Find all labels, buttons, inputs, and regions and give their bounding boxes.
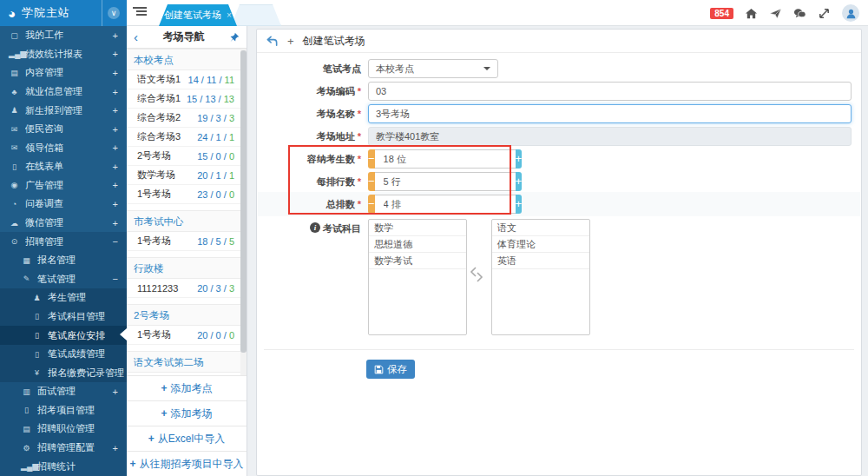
- venue-select[interactable]: 本校考点: [368, 59, 498, 78]
- expand-plus-icon[interactable]: +: [113, 142, 118, 153]
- sidebar-item-recruitment-positions[interactable]: ▤招聘职位管理: [0, 420, 127, 439]
- decrement-button[interactable]: −: [368, 172, 375, 191]
- available-subjects-listbox[interactable]: 数学 思想道德 数学考试: [368, 219, 467, 335]
- nav-scrollbar-thumb[interactable]: [240, 50, 247, 353]
- selected-subjects-listbox[interactable]: 语文 体育理论 英语: [491, 219, 590, 335]
- required-asterisk: *: [358, 154, 361, 164]
- expand-plus-icon[interactable]: +: [113, 105, 118, 116]
- expand-plus-icon[interactable]: +: [113, 387, 118, 397]
- subject-option[interactable]: 数学考试: [369, 253, 466, 269]
- sidebar-item-wechat-management[interactable]: ☁微信管理+: [0, 214, 127, 233]
- sidebar-item-surveys[interactable]: ◔问卷调查+: [0, 195, 127, 214]
- expand-plus-icon[interactable]: +: [113, 124, 118, 135]
- back-arrow-icon[interactable]: [266, 35, 279, 48]
- chevron-down-circle-icon[interactable]: ∨: [108, 7, 120, 19]
- room-list-item[interactable]: 综合考场324 / 1 / 1: [127, 128, 247, 147]
- sidebar-item-written-exam-management[interactable]: ✎笔试管理−: [0, 270, 127, 289]
- user-avatar[interactable]: [842, 4, 859, 22]
- expand-plus-icon[interactable]: +: [113, 218, 118, 228]
- save-button-label: 保存: [387, 363, 407, 376]
- sidebar-toggle-icon[interactable]: [133, 7, 147, 19]
- save-button[interactable]: 保存: [366, 360, 415, 379]
- expand-plus-icon[interactable]: +: [113, 180, 118, 190]
- import-from-excel-button[interactable]: +从Excel中导入: [127, 426, 247, 451]
- add-site-button[interactable]: +添加考点: [127, 375, 247, 400]
- room-name-input[interactable]: [368, 104, 852, 123]
- sidebar-item-payment-records[interactable]: ¥报名缴费记录管理: [0, 363, 127, 382]
- brand-header[interactable]: ◕ 学院主站 ∨: [0, 0, 127, 26]
- site-group-header[interactable]: 行政楼: [127, 257, 247, 279]
- collapse-minus-icon[interactable]: −: [113, 236, 118, 247]
- add-room-button[interactable]: +添加考场: [127, 400, 247, 426]
- room-list-item[interactable]: 数学考场20 / 1 / 1: [127, 166, 247, 185]
- room-list-item[interactable]: 综合考场115 / 13 / 13: [127, 89, 247, 109]
- site-group-header[interactable]: 语文考试第二场: [127, 351, 247, 373]
- sidebar-item-ad-management[interactable]: ◉广告管理+: [0, 176, 127, 195]
- fullscreen-icon[interactable]: [818, 7, 831, 20]
- expand-plus-icon[interactable]: +: [113, 162, 118, 172]
- pin-icon[interactable]: [229, 32, 240, 43]
- sidebar-item-written-exam-scores[interactable]: ▯笔试成绩管理: [0, 345, 127, 364]
- sidebar-item-recruitment-config[interactable]: ⚙招聘管理配置+: [0, 439, 127, 458]
- sidebar-item-registration-management[interactable]: ▦报名管理: [0, 251, 127, 270]
- room-list-item[interactable]: 语文考场114 / 11 / 11: [127, 70, 247, 89]
- sidebar-item-online-forms[interactable]: ▯在线表单+: [0, 157, 127, 176]
- site-group-header[interactable]: 2号考场: [127, 304, 247, 326]
- sidebar-item-public-consultation[interactable]: ✉便民咨询+: [0, 120, 127, 139]
- expand-plus-icon[interactable]: +: [113, 30, 118, 41]
- sidebar-item-my-work[interactable]: ▢我的工作+: [0, 26, 127, 45]
- sidebar-item-exam-subject-management[interactable]: ▯考试科目管理: [0, 307, 127, 327]
- total-rows-input[interactable]: [375, 195, 516, 214]
- room-code-input[interactable]: [368, 82, 852, 101]
- subject-option[interactable]: 体育理论: [492, 236, 589, 253]
- expand-plus-icon[interactable]: +: [113, 49, 118, 59]
- brand-divider: [102, 0, 102, 26]
- sidebar-item-content-management[interactable]: ▤内容管理+: [0, 63, 127, 83]
- room-list-item[interactable]: 综合考场219 / 3 / 3: [127, 109, 247, 128]
- subject-option[interactable]: 思想道德: [369, 236, 466, 253]
- collapse-minus-icon[interactable]: −: [113, 274, 118, 284]
- room-list-item[interactable]: 1号考场23 / 0 / 0: [127, 185, 247, 204]
- decrement-button[interactable]: −: [368, 149, 375, 169]
- capacity-input[interactable]: [375, 149, 516, 169]
- expand-plus-icon[interactable]: +: [113, 87, 118, 97]
- room-list-item[interactable]: 1号考场20 / 0 / 0: [127, 326, 247, 345]
- subject-option[interactable]: 语文: [492, 220, 589, 236]
- sidebar-item-recruitment-stats[interactable]: ▂▄▆招聘统计: [0, 457, 127, 476]
- notification-count-badge[interactable]: 854: [710, 8, 733, 19]
- paper-plane-icon[interactable]: [769, 7, 782, 20]
- increment-button[interactable]: +: [516, 172, 523, 191]
- sidebar-item-performance-reports[interactable]: ▂▄▆绩效统计报表+: [0, 45, 127, 64]
- per-row-input[interactable]: [375, 172, 516, 191]
- increment-button[interactable]: +: [516, 195, 523, 214]
- site-group-header[interactable]: 本校考点: [127, 49, 247, 70]
- subject-option[interactable]: 数学: [369, 220, 466, 236]
- expand-plus-icon[interactable]: +: [113, 443, 118, 453]
- decrement-button[interactable]: −: [368, 195, 375, 214]
- exam-room-nav-panel: ‹ 考场导航 本校考点 语文考场114 / 11 / 11 综合考场115 / …: [127, 26, 247, 476]
- sidebar-item-written-exam-seating[interactable]: ▯笔试座位安排: [0, 326, 127, 345]
- sidebar-item-leader-mailbox[interactable]: ✉领导信箱+: [0, 138, 127, 157]
- expand-plus-icon[interactable]: +: [113, 199, 118, 209]
- sidebar-item-recruitment-management[interactable]: ⊙招聘管理−: [0, 232, 127, 251]
- sidebar-item-employment-info[interactable]: ♣就业信息管理+: [0, 83, 127, 102]
- tab-close-icon[interactable]: ×: [227, 10, 232, 20]
- subject-option[interactable]: 英语: [492, 253, 589, 269]
- import-from-past-project-button[interactable]: +从往期招考项目中导入: [127, 451, 247, 476]
- nav-scrollbar[interactable]: [240, 49, 247, 375]
- site-group-header[interactable]: 市考试中心: [127, 210, 247, 232]
- app-window: 创建笔试考场 × 854 ◕ 学院主站 ∨ ▢我的工作+ ▂▄▆绩效统计报表+ …: [0, 0, 868, 476]
- sidebar-item-candidate-management[interactable]: ♟考生管理: [0, 288, 127, 307]
- room-list-item[interactable]: 2号考场15 / 0 / 0: [127, 147, 247, 166]
- room-list-item[interactable]: 1号考场18 / 5 / 5: [127, 232, 247, 251]
- expand-plus-icon[interactable]: +: [113, 68, 118, 78]
- increment-button[interactable]: +: [516, 149, 523, 169]
- yen-icon: ¥: [31, 368, 43, 377]
- room-list-item[interactable]: 1112123320 / 3 / 3: [127, 279, 247, 298]
- sidebar-item-interview-management[interactable]: ▥面试管理+: [0, 382, 127, 401]
- tab-create-written-exam-room[interactable]: 创建笔试考场 ×: [159, 4, 237, 26]
- messages-icon[interactable]: [793, 7, 806, 20]
- sidebar-item-new-student-registration[interactable]: ♟新生报到管理+: [0, 101, 127, 120]
- sidebar-item-recruitment-projects[interactable]: ▯招考项目管理: [0, 401, 127, 420]
- home-icon[interactable]: [745, 7, 758, 20]
